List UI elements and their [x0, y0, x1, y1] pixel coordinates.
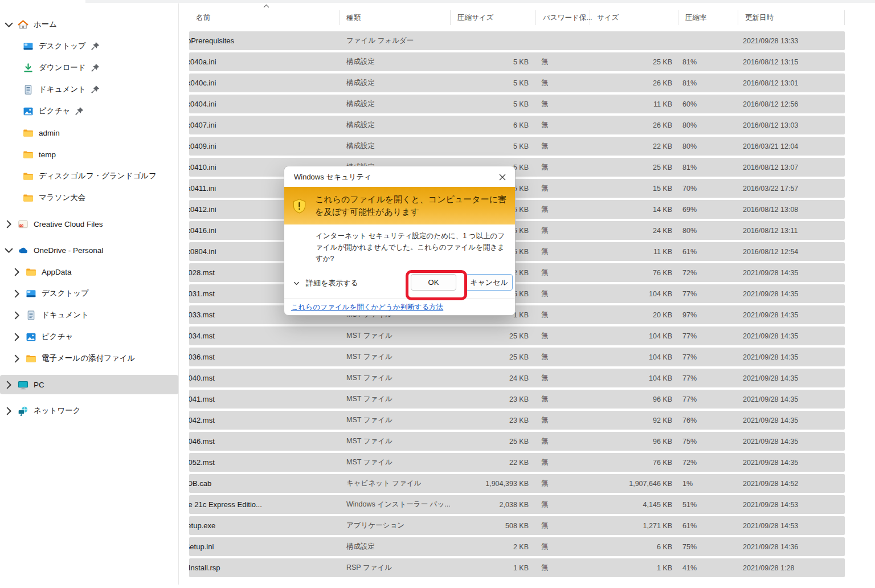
file-row-14[interactable]: 1034.mstMST ファイル25 KB無104 KB77%2021/09/2… — [189, 326, 845, 345]
file-row-0[interactable]: ISSetupPrerequisitesファイル フォルダー2021/09/28… — [189, 31, 845, 50]
column-header-2[interactable]: 圧縮サイズ — [450, 10, 535, 25]
download-icon — [23, 63, 34, 74]
sidebar-item-10[interactable]: OneDrive - Personal — [0, 240, 178, 260]
show-details-toggle[interactable]: 詳細を表示する — [293, 278, 358, 288]
sidebar-item-0[interactable]: ホーム — [0, 15, 178, 34]
column-header-1[interactable]: 種類 — [339, 10, 450, 25]
file-password-protected: 無 — [535, 141, 590, 151]
file-row-16[interactable]: 1040.mstMST ファイル24 KB無104 KB77%2021/09/2… — [189, 369, 845, 387]
sidebar-item-14[interactable]: ピクチャ — [0, 327, 178, 346]
warning-banner: これらのファイルを開くと、コンピューターに害を及ぼす可能性があります — [284, 187, 515, 224]
cancel-button[interactable]: キャンセル — [465, 274, 513, 291]
file-row-1[interactable]: 0x040a.ini構成設定5 KB無25 KB81%2016/08/12 13… — [189, 52, 845, 71]
chevron-right-icon[interactable] — [11, 288, 22, 299]
file-modified: 2021/09/28 14:35 — [738, 353, 845, 361]
file-ratio: 72% — [678, 269, 738, 277]
chevron-right-icon[interactable] — [3, 379, 14, 390]
column-header-label: 圧縮サイズ — [451, 13, 493, 23]
sidebar-item-9[interactable]: Creative Cloud Files — [0, 214, 178, 234]
sidebar-item-13[interactable]: ドキュメント — [0, 305, 178, 325]
file-password-protected: 無 — [535, 57, 590, 67]
chevron-down-icon[interactable] — [3, 245, 14, 256]
mst-file-icon: 1033.mst — [194, 310, 205, 320]
file-row-22[interactable]: Oracle Database 21c Express Editio...Win… — [189, 495, 845, 514]
chevron-right-icon[interactable] — [11, 310, 22, 321]
sidebar-item-label: マラソン大会 — [39, 193, 85, 203]
file-compressed-size: 5 KB — [450, 58, 535, 66]
column-header-6[interactable]: 更新日時 — [738, 10, 845, 25]
file-row-18[interactable]: 1042.mstMST ファイル23 KB無92 KB76%2021/09/28… — [189, 411, 845, 430]
chevron-down-icon[interactable] — [3, 19, 14, 30]
chevron-right-icon[interactable] — [11, 353, 22, 364]
file-size: 26 KB — [590, 121, 678, 129]
column-header-4[interactable]: サイズ — [590, 10, 678, 25]
sidebar-item-16[interactable]: PC — [0, 375, 178, 394]
close-icon[interactable] — [496, 170, 509, 184]
pane-divider — [178, 3, 179, 585]
folder-icon — [26, 353, 36, 364]
chevron-right-icon[interactable] — [3, 219, 14, 230]
file-row-2[interactable]: 0x040c.ini構成設定5 KB無26 KB81%2016/08/12 13… — [189, 74, 845, 92]
file-ratio: 60% — [678, 100, 738, 108]
sidebar-item-17[interactable]: ネットワーク — [0, 401, 178, 420]
ini-file-icon: 0x0416.ini — [194, 226, 205, 236]
windows-security-dialog: Windows セキュリティ これらのファイルを開くと、コンピューターに害を及ぼ… — [284, 166, 516, 316]
sidebar-item-6[interactable]: temp — [0, 145, 178, 164]
file-compressed-size: 6 KB — [450, 121, 535, 129]
column-header-5[interactable]: 圧縮率 — [678, 10, 738, 25]
sidebar-item-4[interactable]: ピクチャ — [0, 101, 178, 121]
sidebar-item-2[interactable]: ダウンロード — [0, 58, 178, 77]
sidebar-item-7[interactable]: ディスクゴルフ・グランドゴルフ — [0, 166, 178, 186]
file-row-17[interactable]: 1041.mstMST ファイル23 KB無96 KB77%2021/09/28… — [189, 390, 845, 409]
msi-file-icon: Oracle Database 21c Express Editio... — [194, 500, 205, 510]
sidebar-item-label: ネットワーク — [34, 406, 81, 416]
sidebar-item-15[interactable]: 電子メールの添付ファイル — [0, 349, 178, 368]
warning-shield-icon — [292, 198, 307, 214]
sidebar-item-label: ダウンロード — [39, 63, 86, 73]
sidebar-item-label: OneDrive - Personal — [34, 246, 103, 255]
toolbar-bottom-edge — [85, 0, 875, 3]
sidebar-item-label: ドキュメント — [39, 84, 86, 95]
file-row-5[interactable]: 0x0409.ini構成設定5 KB無22 KB80%2016/03/21 12… — [189, 137, 845, 156]
file-size: 104 KB — [590, 353, 678, 361]
document-icon — [23, 84, 34, 95]
sidebar-item-label: ピクチャ — [39, 106, 70, 116]
sidebar-item-1[interactable]: デスクトップ — [0, 36, 178, 56]
ok-button[interactable]: OK — [411, 274, 456, 291]
sidebar-item-8[interactable]: マラソン大会 — [0, 188, 178, 207]
file-password-protected: 無 — [535, 542, 590, 552]
file-type: MST ファイル — [339, 415, 450, 425]
file-row-3[interactable]: 0x0404.ini構成設定5 KB無11 KB60%2016/08/12 12… — [189, 95, 845, 113]
chevron-right-icon[interactable] — [11, 267, 22, 277]
file-size: 1,271 KB — [590, 522, 678, 530]
file-row-19[interactable]: 1046.mstMST ファイル25 KB無96 KB75%2021/09/28… — [189, 432, 845, 451]
file-ratio: 80% — [678, 121, 738, 129]
sidebar-item-12[interactable]: デスクトップ — [0, 284, 178, 303]
file-ratio: 77% — [678, 290, 738, 298]
chevron-right-icon[interactable] — [11, 332, 22, 342]
file-name: 2052.mst — [189, 458, 339, 468]
file-name: 1036.mst — [189, 352, 339, 362]
chevron-right-icon[interactable] — [3, 406, 14, 416]
file-row-20[interactable]: 2052.mstMST ファイル22 KB無76 KB72%2021/09/28… — [189, 453, 845, 472]
sidebar-item-3[interactable]: ドキュメント — [0, 80, 178, 99]
file-size: 26 KB — [590, 79, 678, 87]
file-ratio: 77% — [678, 395, 738, 403]
file-row-21[interactable]: DB.cabキャビネット ファイル1,904,393 KB無1,907,646 … — [189, 474, 845, 493]
file-password-protected: 無 — [535, 162, 590, 172]
sidebar-item-11[interactable]: AppData — [0, 262, 178, 281]
file-row-25[interactable]: XEInstall.rspRSP ファイル1 KB無1 KB41%2021/09… — [189, 558, 845, 577]
file-type: MST ファイル — [339, 373, 450, 383]
file-row-24[interactable]: Setup.ini構成設定2 KB無6 KB75%2021/09/28 14:3… — [189, 537, 845, 556]
home-icon — [18, 19, 28, 30]
folder-icon — [23, 128, 34, 138]
file-size: 25 KB — [590, 164, 678, 172]
file-row-4[interactable]: 0x0407.ini構成設定6 KB無26 KB80%2016/08/12 13… — [189, 116, 845, 134]
folder-icon — [23, 193, 34, 203]
column-header-3[interactable]: パスワード保... — [535, 10, 590, 25]
file-row-23[interactable]: setup.exeアプリケーション508 KB無1,271 KB61%2021/… — [189, 516, 845, 535]
sidebar-item-5[interactable]: admin — [0, 123, 178, 142]
column-header-0[interactable]: 名前 — [189, 10, 339, 25]
file-row-15[interactable]: 1036.mstMST ファイル25 KB無104 KB77%2021/09/2… — [189, 348, 845, 366]
help-link[interactable]: これらのファイルを開くかどうか判断する方法 — [291, 303, 443, 312]
